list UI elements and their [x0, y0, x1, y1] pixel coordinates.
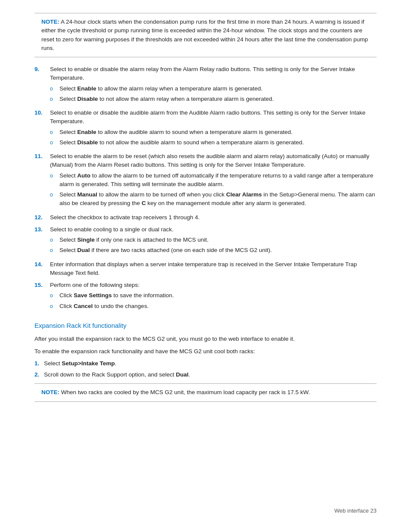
sub-text-2-1: Select Manual to allow the alarm to be t…: [59, 190, 377, 208]
list-num-3: 12.: [34, 213, 50, 222]
sub-item-1-0: oSelect Enable to allow the audible alar…: [50, 128, 377, 137]
sub-text-6-0: Click Save Settings to save the informat…: [59, 291, 377, 300]
sub-item-0-0: oSelect Enable to allow the alarm relay …: [50, 84, 377, 93]
list-item-9: 9.Select to enable or disable the alarm …: [34, 65, 377, 105]
sub-item-2-1: oSelect Manual to allow the alarm to be …: [50, 190, 377, 208]
sub-text-6-1: Click Cancel to undo the changes.: [59, 302, 377, 311]
sub-list-4: oSelect Single if only one rack is attac…: [50, 236, 377, 255]
sub-text-1-0: Select Enable to allow the audible alarm…: [59, 128, 377, 137]
footer-text: Web interface 23: [334, 507, 377, 515]
sub-list-2: oSelect Auto to allow the alarm to be tu…: [50, 171, 377, 208]
sub-list-0: oSelect Enable to allow the alarm relay …: [50, 84, 377, 104]
bullet-6-1: o: [50, 302, 59, 310]
note-box-1: NOTE: A 24-hour clock starts when the co…: [34, 13, 377, 57]
bullet-1-0: o: [50, 128, 59, 136]
section-step-0: 1.Select Setup>Intake Temp.: [34, 359, 377, 368]
sub-list-6: oClick Save Settings to save the informa…: [50, 291, 377, 311]
sub-text-0-0: Select Enable to allow the alarm relay w…: [59, 84, 377, 93]
sub-item-4-0: oSelect Single if only one rack is attac…: [50, 236, 377, 244]
sub-item-1-1: oSelect Disable to not allow the audible…: [50, 138, 377, 147]
bullet-2-0: o: [50, 171, 59, 180]
list-num-2: 11.: [34, 152, 50, 210]
note-box-2: NOTE: When two racks are cooled by the M…: [34, 383, 377, 401]
list-item-10: 10.Select to enable or disable the audib…: [34, 109, 377, 149]
section-para2: To enable the expansion rack functionali…: [34, 347, 377, 356]
list-text-6: Perform one of the following steps:oClic…: [50, 281, 377, 312]
main-list: 9.Select to enable or disable the alarm …: [34, 65, 377, 312]
sub-text-0-1: Select Disable to not allow the alarm re…: [59, 95, 377, 103]
bullet-0-0: o: [50, 84, 59, 93]
bullet-0-1: o: [50, 95, 59, 103]
sub-text-1-1: Select Disable to not allow the audible …: [59, 138, 377, 147]
list-text-5: Enter information that displays when a s…: [50, 260, 377, 278]
sub-item-2-0: oSelect Auto to allow the alarm to be tu…: [50, 171, 377, 189]
step-num-1: 2.: [34, 370, 44, 379]
bullet-6-0: o: [50, 291, 59, 299]
sub-text-4-1: Select Dual if there are two racks attac…: [59, 246, 377, 255]
note-label-2: NOTE:: [41, 389, 59, 395]
note-label-1: NOTE:: [41, 19, 59, 25]
list-num-1: 10.: [34, 109, 50, 149]
sub-text-4-0: Select Single if only one rack is attach…: [59, 236, 377, 244]
step-text-0: Select Setup>Intake Temp.: [44, 359, 116, 368]
section-steps: 1.Select Setup>Intake Temp.2.Scroll down…: [34, 359, 377, 380]
section-step-1: 2.Scroll down to the Rack Support option…: [34, 370, 377, 379]
bullet-2-1: o: [50, 190, 59, 199]
list-item-15: 15.Perform one of the following steps:oC…: [34, 281, 377, 312]
list-item-11: 11.Select to enable the alarm to be rese…: [34, 152, 377, 210]
list-text-0: Select to enable or disable the alarm re…: [50, 65, 377, 105]
list-num-0: 9.: [34, 65, 50, 105]
sub-item-0-1: oSelect Disable to not allow the alarm r…: [50, 95, 377, 103]
list-num-4: 13.: [34, 225, 50, 257]
list-text-1: Select to enable or disable the audible …: [50, 109, 377, 149]
list-num-6: 15.: [34, 281, 50, 312]
list-num-5: 14.: [34, 260, 50, 278]
list-text-4: Select to enable cooling to a single or …: [50, 225, 377, 257]
list-item-13: 13.Select to enable cooling to a single …: [34, 225, 377, 257]
note-text-1: A 24-hour clock starts when the condensa…: [41, 19, 368, 51]
sub-list-1: oSelect Enable to allow the audible alar…: [50, 128, 377, 147]
note-text-2: When two racks are cooled by the MCS G2 …: [59, 389, 310, 395]
sub-item-4-1: oSelect Dual if there are two racks atta…: [50, 246, 377, 255]
sub-item-6-1: oClick Cancel to undo the changes.: [50, 302, 377, 311]
section-heading: Expansion Rack Kit functionality: [34, 321, 377, 331]
step-text-1: Scroll down to the Rack Support option, …: [44, 370, 190, 379]
list-text-3: Select the checkbox to activate trap rec…: [50, 213, 377, 222]
sub-item-6-0: oClick Save Settings to save the informa…: [50, 291, 377, 300]
section-para1: After you install the expansion rack to …: [34, 335, 377, 343]
list-item-12: 12.Select the checkbox to activate trap …: [34, 213, 377, 222]
sub-text-2-0: Select Auto to allow the alarm to be tur…: [59, 171, 377, 189]
list-item-14: 14.Enter information that displays when …: [34, 260, 377, 278]
list-text-2: Select to enable the alarm to be reset (…: [50, 152, 377, 210]
bullet-4-1: o: [50, 246, 59, 254]
bullet-1-1: o: [50, 138, 59, 146]
bullet-4-0: o: [50, 236, 59, 244]
step-num-0: 1.: [34, 359, 44, 368]
